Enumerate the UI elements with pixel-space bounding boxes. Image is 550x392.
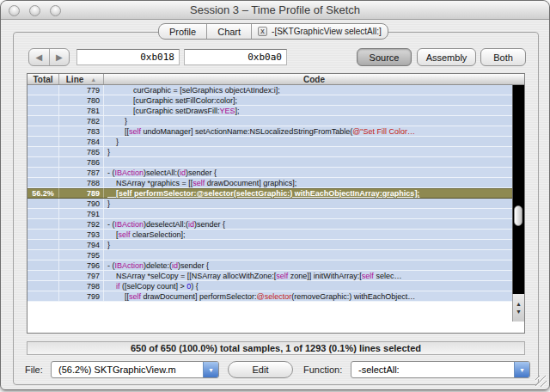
- assembly-button[interactable]: Assembly: [417, 48, 476, 66]
- code-cell: }: [104, 147, 512, 156]
- total-percent-cell: [28, 147, 59, 156]
- both-button[interactable]: Both: [480, 48, 526, 66]
- table-row[interactable]: 791: [28, 209, 512, 219]
- line-number-cell: 779: [59, 85, 104, 95]
- line-number-cell: 799: [59, 291, 104, 301]
- line-number-cell: 796: [59, 260, 104, 270]
- table-row[interactable]: 784 }: [28, 137, 512, 147]
- table-row[interactable]: 788 NSArray *graphics = [[self drawDocum…: [28, 178, 512, 188]
- total-percent-cell: [28, 95, 59, 105]
- code-cell: [104, 250, 512, 260]
- code-cell: curGraphic = [selGraphics objectAtIndex:…: [104, 85, 512, 95]
- line-number-cell: 798: [59, 281, 104, 291]
- line-number-cell: 792: [59, 219, 104, 229]
- status-text: 650 of 650 (100.0%) total samples, 1 of …: [131, 343, 421, 353]
- table-row[interactable]: 785}: [28, 147, 512, 157]
- column-header-line[interactable]: Line ▲: [59, 74, 104, 84]
- tab-profile[interactable]: Profile: [159, 24, 207, 39]
- table-row[interactable]: 797 NSArray *selCopy = [[NSArray allocWi…: [28, 271, 512, 281]
- table-row[interactable]: 794}: [28, 240, 512, 250]
- vertical-scrollbar-track[interactable]: [512, 85, 524, 294]
- back-button[interactable]: ◀: [29, 49, 50, 65]
- history-nav-control: ◀ ▶: [28, 48, 70, 66]
- tab-chart-label: Chart: [217, 27, 241, 37]
- code-cell: NSArray *selCopy = [[NSArray allocWithZo…: [104, 271, 512, 280]
- column-header-code[interactable]: Code: [104, 74, 524, 84]
- code-cell: }: [104, 137, 512, 146]
- code-cell: [self clearSelection];: [104, 230, 512, 239]
- title-bar[interactable]: Session 3 – Time Profile of Sketch: [1, 1, 549, 20]
- line-number-cell: 789: [59, 188, 104, 198]
- total-percent-cell: [28, 260, 59, 270]
- code-cell: [[self undoManager] setActionName:NSLoca…: [104, 126, 512, 136]
- sort-ascending-icon: ▲: [90, 77, 96, 83]
- tab-profile-label: Profile: [169, 27, 196, 37]
- tab-close-icon[interactable]: x: [258, 27, 267, 36]
- tab-function-source[interactable]: x -[SKTGraphicView selectAll:]: [252, 24, 388, 39]
- table-header: Total Line ▲ Code: [28, 74, 524, 85]
- total-percent-cell: 56.2%: [28, 188, 59, 198]
- table-row[interactable]: 796- (IBAction)delete:(id)sender {: [28, 260, 512, 271]
- table-row[interactable]: 787- (IBAction)selectAll:(id)sender {: [28, 168, 512, 178]
- scrollbar-arrows: ▲ ▼: [512, 294, 524, 322]
- table-row[interactable]: 790}: [28, 199, 512, 209]
- file-label: File:: [25, 364, 43, 375]
- line-number-cell: 787: [59, 168, 104, 177]
- code-rows: 779 curGraphic = [selGraphics objectAtIn…: [28, 85, 512, 302]
- line-number-cell: 786: [59, 157, 104, 167]
- code-cell: [curGraphic setFillColor:color];: [104, 95, 512, 105]
- source-button[interactable]: Source: [357, 48, 412, 66]
- session-window: Session 3 – Time Profile of Sketch Profi…: [0, 0, 550, 390]
- table-row[interactable]: 786: [28, 157, 512, 168]
- table-row[interactable]: 780 [curGraphic setFillColor:color];: [28, 95, 512, 106]
- function-popup-arrow-icon: ▼: [514, 362, 529, 377]
- table-row[interactable]: 793 [self clearSelection];: [28, 230, 512, 240]
- file-popup-value: (56.2%) SKTGraphicView.m: [52, 364, 203, 375]
- table-row[interactable]: 795: [28, 250, 512, 260]
- resize-grip[interactable]: [535, 376, 547, 387]
- total-percent-cell: [28, 168, 59, 177]
- total-percent-cell: [28, 137, 59, 146]
- forward-button[interactable]: ▶: [50, 49, 70, 65]
- total-percent-cell: [28, 85, 59, 95]
- address-end-field[interactable]: [184, 49, 287, 65]
- edit-button[interactable]: Edit: [228, 361, 293, 378]
- code-header-label: Code: [303, 75, 325, 84]
- both-button-label: Both: [493, 52, 513, 63]
- assembly-button-label: Assembly: [426, 52, 468, 63]
- scroll-up-icon[interactable]: ▲: [516, 301, 522, 307]
- table-row[interactable]: 799 [[self drawDocument] performSelector…: [28, 291, 512, 302]
- tab-chart[interactable]: Chart: [207, 24, 252, 39]
- file-popup[interactable]: (56.2%) SKTGraphicView.m ▼: [51, 361, 219, 378]
- table-row[interactable]: 779 curGraphic = [selGraphics objectAtIn…: [28, 85, 512, 95]
- code-cell: [curGraphic setDrawsFill:YES];: [104, 106, 512, 115]
- code-cell: NSArray *graphics = [[self drawDocument]…: [104, 178, 512, 187]
- table-row[interactable]: 781 [curGraphic setDrawsFill:YES];: [28, 106, 512, 116]
- code-cell: - (IBAction)delete:(id)sender {: [104, 260, 512, 270]
- line-number-cell: 797: [59, 271, 104, 280]
- table-row[interactable]: 783 [[self undoManager] setActionName:NS…: [28, 126, 512, 137]
- table-row[interactable]: 798 if ([selCopy count] > 0) {: [28, 281, 512, 291]
- code-cell: [self performSelector:@selector(selectGr…: [104, 188, 512, 198]
- table-row[interactable]: 56.2%789 [self performSelector:@selector…: [28, 188, 512, 199]
- total-percent-cell: [28, 250, 59, 260]
- line-header-label: Line: [66, 75, 84, 84]
- table-row[interactable]: 792- (IBAction)deselectAll:(id)sender {: [28, 219, 512, 230]
- line-number-cell: 785: [59, 147, 104, 156]
- total-percent-cell: [28, 291, 59, 301]
- line-number-cell: 791: [59, 209, 104, 218]
- line-number-cell: 781: [59, 106, 104, 115]
- code-cell: if ([selCopy count] > 0) {: [104, 281, 512, 291]
- total-header-label: Total: [33, 75, 52, 84]
- function-popup[interactable]: -selectAll: ▼: [351, 361, 530, 378]
- address-start-field[interactable]: [76, 49, 180, 65]
- column-header-total[interactable]: Total: [28, 74, 59, 84]
- scroll-down-icon[interactable]: ▼: [516, 309, 522, 315]
- table-row[interactable]: 782 }: [28, 116, 512, 126]
- code-cell: }: [104, 199, 512, 208]
- vertical-scrollbar-thumb[interactable]: [514, 205, 522, 226]
- line-number-cell: 784: [59, 137, 104, 146]
- window-title: Session 3 – Time Profile of Sketch: [1, 3, 549, 16]
- file-popup-arrow-icon: ▼: [203, 362, 218, 377]
- table-body: 779 curGraphic = [selGraphics objectAtIn…: [28, 85, 524, 333]
